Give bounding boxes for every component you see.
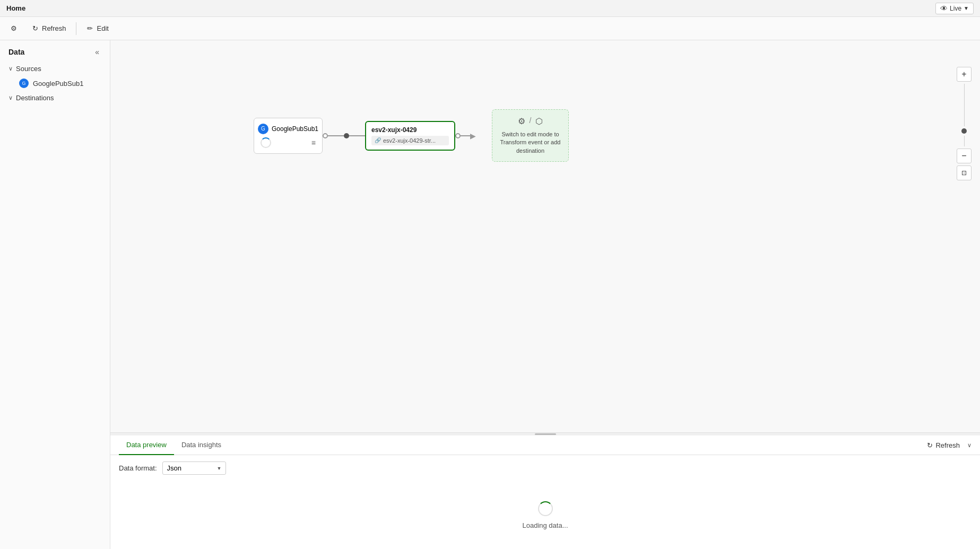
destination-hint-node[interactable]: ⚙ / ⬡ Switch to edit mode to Transform e… [492, 109, 569, 162]
connector-dot-start [323, 133, 328, 138]
connector-line-3 [461, 135, 471, 136]
zoom-slider-track [964, 84, 965, 126]
refresh-label: Refresh [42, 24, 66, 32]
source-node-header: G GooglePubSub1 [258, 124, 318, 134]
settings-icon: ⚙ [10, 24, 18, 33]
toolbar: ⚙ ↻ Refresh ✏ Edit [0, 17, 980, 40]
loading-text: Loading data... [522, 521, 568, 529]
zoom-controls: + − ⊡ [957, 67, 972, 180]
connector-dot-end [455, 133, 461, 138]
zoom-in-button[interactable]: + [957, 67, 972, 82]
sources-label: Sources [16, 65, 41, 73]
edit-button[interactable]: ✏ Edit [81, 22, 114, 36]
sources-section: ∨ Sources G GooglePubSub1 [0, 62, 110, 91]
data-format-row: Data format: Json CSV Parquet [119, 461, 972, 475]
source-icon-google: G [19, 79, 29, 88]
loading-area: Loading data... [119, 485, 972, 545]
slash-icon: / [530, 116, 532, 126]
edit-label: Edit [97, 24, 109, 32]
zoom-slider-track-2 [964, 136, 965, 146]
data-format-select-wrapper: Json CSV Parquet [162, 461, 226, 475]
gear-icon: ⚙ [518, 116, 525, 126]
refresh-button[interactable]: ↻ Refresh [25, 22, 72, 36]
eventstream-node-title: esv2-xujx-0429 [371, 126, 449, 134]
export-icon: ⬡ [535, 116, 543, 126]
bottom-refresh-chevron[interactable]: ∨ [967, 442, 972, 449]
source-node-spinner [261, 137, 271, 148]
connector-2: ▶ [455, 132, 476, 140]
zoom-out-button[interactable]: − [957, 149, 972, 163]
settings-button[interactable]: ⚙ [4, 22, 23, 36]
destination-hint-icons: ⚙ / ⬡ [518, 116, 543, 126]
zoom-fit-button[interactable]: ⊡ [957, 165, 972, 180]
toolbar-separator [76, 22, 76, 35]
sidebar: Data « ∨ Sources G GooglePubSub1 ∨ Desti… [0, 40, 110, 549]
destinations-label: Destinations [16, 94, 54, 102]
data-format-select[interactable]: Json CSV Parquet [162, 461, 226, 475]
bottom-panel: Data preview Data insights ↻ Refresh ∨ D… [110, 432, 980, 549]
connector-1 [323, 133, 365, 138]
source-item-label: GooglePubSub1 [33, 80, 83, 88]
app-title: Home [6, 4, 25, 12]
canvas[interactable]: G GooglePubSub1 ≡ [110, 40, 980, 432]
source-node-name: GooglePubSub1 [272, 125, 318, 133]
zoom-minus-icon: − [961, 151, 966, 161]
live-dropdown-icon: ▼ [964, 5, 969, 11]
eventstream-node-sub: 🔗 esv2-xujx-0429-str... [371, 136, 449, 145]
connector-dot-mid [344, 133, 349, 138]
loading-spinner [538, 501, 553, 516]
tab-data-insights[interactable]: Data insights [174, 435, 229, 455]
edit-icon: ✏ [86, 24, 94, 33]
bottom-content: Data format: Json CSV Parquet Loading da… [110, 455, 980, 549]
canvas-container: G GooglePubSub1 ≡ [110, 40, 980, 549]
eye-icon: 👁 [940, 4, 948, 13]
top-bar: Home 👁 Live ▼ [0, 0, 980, 17]
source-node-icon: G [258, 124, 268, 134]
eventstream-node[interactable]: esv2-xujx-0429 🔗 esv2-xujx-0429-str... [365, 121, 455, 151]
destination-hint-text: Switch to edit mode to Transform event o… [499, 130, 562, 155]
resize-handle [535, 433, 556, 435]
destinations-chevron-icon: ∨ [8, 94, 13, 101]
connector-line-2 [349, 135, 365, 136]
sidebar-header: Data « [0, 40, 110, 62]
sidebar-item-googlepubsub1[interactable]: G GooglePubSub1 [4, 76, 106, 91]
sources-section-header[interactable]: ∨ Sources [4, 62, 106, 76]
source-node[interactable]: G GooglePubSub1 ≡ [254, 118, 323, 154]
source-node-menu-icon[interactable]: ≡ [311, 138, 316, 147]
link-icon: 🔗 [375, 137, 381, 143]
eventstream-node-subtitle: esv2-xujx-0429-str... [383, 137, 436, 144]
sources-chevron-icon: ∨ [8, 65, 13, 72]
data-format-label: Data format: [119, 464, 157, 472]
zoom-slider-handle[interactable] [961, 128, 967, 134]
destinations-section-header[interactable]: ∨ Destinations [4, 91, 106, 105]
tab-data-preview[interactable]: Data preview [119, 435, 174, 455]
bottom-tabs: Data preview Data insights ↻ Refresh ∨ [110, 435, 980, 455]
sidebar-collapse-button[interactable]: « [93, 47, 101, 57]
live-badge[interactable]: 👁 Live ▼ [935, 3, 974, 14]
sidebar-title: Data [8, 48, 24, 56]
live-label: Live [950, 5, 961, 12]
collapse-icon: « [95, 48, 99, 56]
fit-icon: ⊡ [961, 169, 967, 177]
pipeline-area: G GooglePubSub1 ≡ [254, 109, 569, 162]
zoom-plus-icon: + [961, 69, 966, 79]
main-layout: Data « ∨ Sources G GooglePubSub1 ∨ Desti… [0, 40, 980, 549]
connector-line-1 [328, 135, 344, 136]
bottom-refresh-button[interactable]: ↻ Refresh [922, 439, 965, 452]
bottom-refresh-icon: ↻ [927, 441, 933, 449]
refresh-icon: ↻ [31, 24, 39, 33]
destinations-section: ∨ Destinations [0, 91, 110, 105]
bottom-refresh-label: Refresh [935, 441, 960, 449]
bottom-tab-actions: ↻ Refresh ∨ [922, 439, 972, 452]
